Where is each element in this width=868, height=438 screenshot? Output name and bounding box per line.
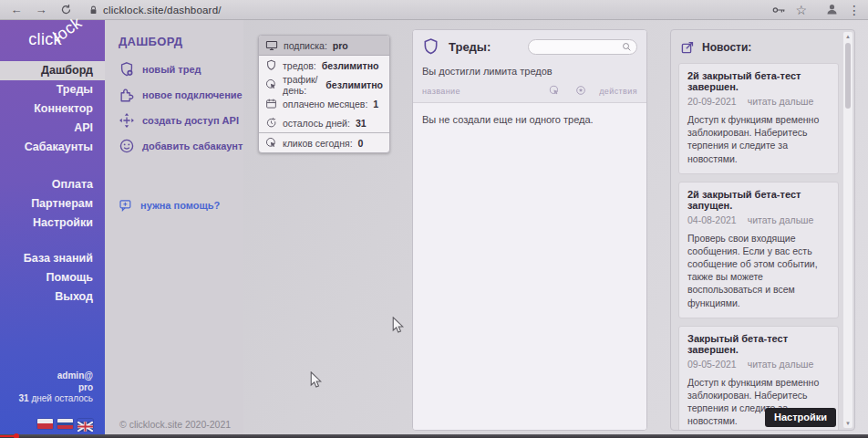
sidebar: clicklock ДашбордТредыКоннекторAPIСабака… — [0, 20, 105, 438]
sidebar-item[interactable]: API — [0, 119, 105, 138]
sidebar-item[interactable]: Настройки — [0, 214, 105, 233]
add-subaccount-label: добавить сабакаунт — [142, 141, 243, 151]
video-progress-bar — [0, 434, 868, 438]
stat-row-threads: тредов: безлимитно — [259, 56, 389, 75]
bookmark-star-icon[interactable]: ☆ — [795, 4, 807, 16]
click-icon — [265, 78, 277, 90]
dashboard-panel: ДАШБОРД новый тред новое подключение соз… — [105, 20, 243, 438]
news-item-title: Закрытый бета-тест завершен. — [687, 333, 830, 355]
threads-title: Треды: — [449, 40, 491, 54]
sidebar-item[interactable]: Дашборд — [0, 61, 105, 80]
news-item-body: Проверь свои входящие сообщения. Если у … — [687, 232, 830, 309]
external-link-icon — [680, 40, 695, 55]
mouse-cursor-icon — [310, 371, 322, 389]
lock-icon — [88, 5, 98, 16]
chat-plus-icon — [119, 198, 133, 213]
news-item-date: 04-08-2021 — [687, 214, 737, 225]
sidebar-item[interactable]: База знаний — [0, 249, 105, 268]
sidebar-nav-footer: База знанийПомощьВыход — [0, 249, 105, 307]
sidebar-nav-main: ДашбордТредыКоннекторAPIСабакаунты — [0, 61, 105, 157]
screenshot-root: ← → clicklock.site/dashboard/ ☆ ⋮ clickl… — [0, 0, 868, 438]
add-subaccount-link[interactable]: добавить сабакаунт — [119, 138, 243, 154]
need-help-link[interactable]: нужна помощь? — [119, 198, 220, 213]
stat-row-clicks-today: кликов сегодня: 0 — [259, 132, 389, 152]
shield-plus-icon — [119, 61, 135, 78]
sidebar-item[interactable]: Коннектор — [0, 99, 105, 119]
dashboard-title: ДАШБОРД — [119, 35, 182, 48]
threads-search — [528, 39, 637, 55]
copyright-text: © clicklock.site 2020-2021 — [119, 419, 231, 430]
monitor-icon — [265, 39, 278, 52]
clicklock-logo[interactable]: clicklock — [0, 20, 105, 58]
account-days-value: 31 — [19, 393, 29, 403]
account-days-label: дней осталось — [29, 393, 93, 403]
need-help-label: нужна помощь? — [140, 200, 220, 211]
news-item-date: 20-09-2021 — [687, 96, 737, 107]
threads-limit-notice: Вы достигли лимита тредов — [422, 66, 637, 77]
profile-avatar-icon[interactable] — [823, 2, 840, 18]
calendar-icon — [265, 98, 277, 110]
account-plan: pro — [19, 382, 94, 394]
language-flags — [37, 419, 93, 429]
column-header-name: название — [422, 87, 549, 96]
sidebar-item[interactable]: Выход — [0, 287, 105, 307]
forward-icon[interactable]: → — [33, 2, 49, 18]
move-arrows-icon — [119, 112, 135, 129]
mouse-cursor-icon — [392, 317, 404, 334]
clicks-column-icon — [549, 85, 560, 98]
browser-chrome: ← → clicklock.site/dashboard/ ☆ ⋮ — [0, 0, 868, 20]
account-summary: admin@ pro 31 дней осталось — [19, 370, 94, 405]
address-bar[interactable]: clicklock.site/dashboard/ — [88, 5, 222, 16]
scroll-down-icon[interactable]: ▼ — [843, 419, 852, 428]
browser-menu-dots-icon[interactable]: ⋮ — [848, 4, 861, 16]
key-icon[interactable] — [770, 2, 787, 18]
account-email: admin@ — [19, 370, 94, 382]
news-item: 2й закрытый бета-тест запущен. 04-08-202… — [678, 182, 839, 318]
news-list: 2й закрытый бета-тест завершен. 20-09-20… — [678, 63, 839, 430]
sidebar-item[interactable]: Партнерам — [0, 194, 105, 214]
news-title: Новости: — [702, 41, 751, 54]
stat-row-traffic: трафик/день: безлимитно — [259, 75, 389, 94]
video-playhead-icon — [14, 433, 19, 438]
news-item-body: Доступ к функциям временно заблокирован.… — [687, 113, 830, 165]
threads-empty-message: Вы не создали еще ни одного треда. — [422, 114, 637, 125]
status-column-icon — [575, 85, 586, 98]
smiley-icon — [119, 138, 135, 154]
column-header-actions: действия — [599, 87, 637, 96]
scrollbar-thumb[interactable] — [845, 43, 851, 109]
video-progress-fill — [0, 435, 15, 437]
puzzle-icon — [119, 87, 135, 103]
read-more-link[interactable]: читать дальше — [748, 214, 814, 225]
back-icon[interactable]: ← — [8, 2, 25, 18]
search-icon[interactable] — [622, 42, 632, 52]
threads-panel: Треды: Вы достигли лимита тредов названи… — [412, 29, 647, 431]
new-connection-label: новое подключение — [142, 89, 243, 100]
read-more-link[interactable]: читать дальше — [748, 96, 814, 107]
subscription-label: подписка: — [284, 40, 327, 51]
sidebar-item[interactable]: Помощь — [0, 268, 105, 287]
shield-icon — [422, 37, 439, 56]
flag-russia-icon[interactable] — [57, 419, 73, 429]
app-area: clicklock ДашбордТредыКоннекторAPIСабака… — [0, 20, 868, 438]
stat-row-paid-months: оплачено месяцев: 1 — [259, 94, 389, 113]
flag-uk-icon[interactable] — [78, 419, 93, 429]
new-thread-link[interactable]: новый тред — [119, 61, 202, 78]
new-thread-label: новый тред — [142, 64, 202, 75]
scroll-up-icon[interactable]: ▲ — [843, 32, 852, 41]
read-more-link[interactable]: читать дальше — [748, 359, 814, 370]
sidebar-item[interactable]: Треды — [0, 80, 105, 99]
sidebar-item[interactable]: Сабакаунты — [0, 138, 105, 157]
search-input[interactable] — [533, 42, 622, 52]
sidebar-nav-account: ОплатаПартнерамНастройки — [0, 175, 105, 233]
news-item-title: 2й закрытый бета-тест запущен. — [687, 189, 830, 211]
click-icon — [265, 137, 277, 149]
stat-row-days-left: осталось дней: 31 — [259, 113, 389, 132]
url-text: clicklock.site/dashboard/ — [103, 5, 222, 16]
new-connection-link[interactable]: новое подключение — [119, 87, 243, 103]
sidebar-item[interactable]: Оплата — [0, 175, 105, 194]
flag-poland-icon[interactable] — [37, 419, 53, 429]
create-api-access-link[interactable]: создать доступ API — [119, 112, 239, 129]
settings-button[interactable]: Настройки — [765, 408, 836, 427]
news-scrollbar[interactable]: ▲ ▼ — [843, 32, 852, 428]
news-item-date: 09-05-2021 — [687, 359, 737, 370]
